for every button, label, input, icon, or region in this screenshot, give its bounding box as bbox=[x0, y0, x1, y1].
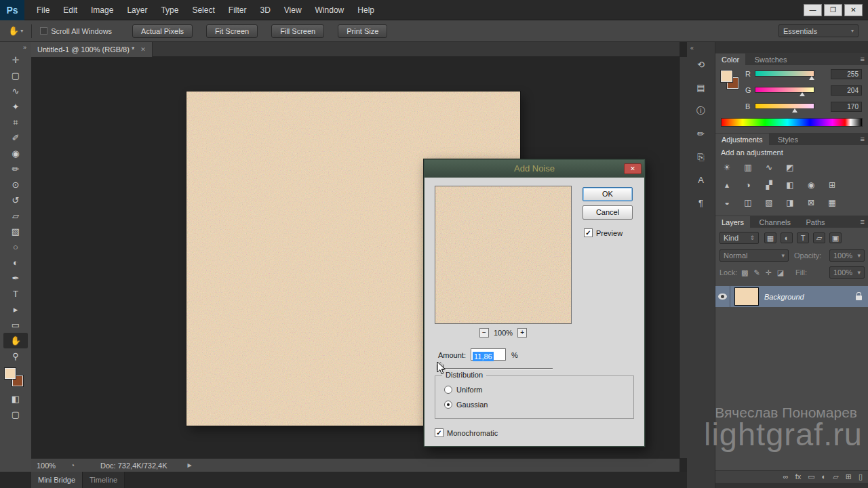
black-white-icon[interactable]: ◧ bbox=[783, 179, 797, 192]
channel-mixer-icon[interactable]: ⊞ bbox=[825, 179, 840, 192]
quick-selection-tool[interactable]: ✦ bbox=[3, 99, 28, 115]
layer-mask-icon[interactable]: ▭ bbox=[808, 472, 814, 481]
tab-mini-bridge[interactable]: Mini Bridge bbox=[31, 472, 83, 488]
delete-layer-icon[interactable]: ▯ bbox=[859, 472, 863, 481]
hand-tool[interactable]: ✋ bbox=[3, 333, 28, 348]
panel-menu-icon[interactable]: ≡ bbox=[861, 216, 865, 228]
panel-menu-icon[interactable]: ≡ bbox=[861, 53, 865, 65]
lasso-tool[interactable]: ∿ bbox=[3, 83, 28, 99]
cancel-button[interactable]: Cancel bbox=[583, 205, 633, 220]
clone-source-panel-icon[interactable]: ⎘ bbox=[692, 149, 710, 165]
red-value-field[interactable]: 255 bbox=[831, 69, 862, 79]
fill-dropdown[interactable]: 100% ▾ bbox=[829, 266, 865, 279]
clone-stamp-tool[interactable]: ⊙ bbox=[3, 177, 28, 192]
fill-screen-button[interactable]: Fill Screen bbox=[271, 24, 324, 38]
chevron-down-icon[interactable]: ▾ bbox=[20, 28, 23, 34]
noise-preview-image[interactable] bbox=[435, 186, 572, 324]
tab-timeline[interactable]: Timeline bbox=[83, 472, 125, 488]
shape-tool[interactable]: ▭ bbox=[3, 317, 28, 333]
history-panel-icon[interactable]: ⟲ bbox=[692, 57, 710, 73]
maximize-button[interactable]: ❐ bbox=[824, 4, 842, 16]
tab-channels[interactable]: Channels bbox=[753, 216, 796, 228]
exposure-icon[interactable]: ◩ bbox=[783, 161, 797, 174]
lock-position-icon[interactable]: ✛ bbox=[766, 267, 772, 278]
tab-styles[interactable]: Styles bbox=[772, 134, 804, 146]
foreground-color-swatch[interactable] bbox=[5, 368, 16, 379]
path-selection-tool[interactable]: ▸ bbox=[3, 302, 28, 317]
zoom-out-button[interactable]: − bbox=[479, 328, 489, 338]
menu-window[interactable]: Window bbox=[309, 0, 351, 20]
tab-paths[interactable]: Paths bbox=[800, 216, 831, 228]
new-layer-icon[interactable]: ⊞ bbox=[846, 472, 852, 481]
blue-value-field[interactable]: 170 bbox=[831, 102, 862, 112]
ok-button[interactable]: OK bbox=[583, 187, 633, 201]
layer-name[interactable]: Background bbox=[764, 293, 804, 301]
gradient-map-icon[interactable]: ⊠ bbox=[804, 197, 818, 209]
color-spectrum-bar[interactable] bbox=[721, 118, 863, 127]
filter-smart-object-icon[interactable]: ▣ bbox=[829, 232, 842, 243]
paragraph-panel-icon[interactable]: ¶ bbox=[692, 195, 710, 211]
menu-edit[interactable]: Edit bbox=[56, 0, 84, 20]
minimize-button[interactable]: — bbox=[804, 4, 822, 16]
tab-close-icon[interactable]: ✕ bbox=[140, 46, 146, 53]
gradient-tool[interactable]: ▧ bbox=[3, 224, 28, 239]
marquee-tool[interactable]: ▢ bbox=[3, 68, 28, 83]
eye-icon[interactable] bbox=[718, 293, 727, 300]
color-balance-icon[interactable]: ▞ bbox=[762, 179, 776, 192]
scroll-all-windows-checkbox[interactable]: Scroll All Windows bbox=[40, 27, 112, 35]
history-brush-tool[interactable]: ↺ bbox=[3, 192, 28, 208]
blue-slider-thumb-icon[interactable] bbox=[792, 108, 797, 113]
zoom-in-button[interactable]: + bbox=[517, 328, 527, 338]
info-panel-icon[interactable]: ⓘ bbox=[692, 103, 710, 119]
pen-tool[interactable]: ✒ bbox=[3, 270, 28, 286]
properties-panel-icon[interactable]: ▤ bbox=[692, 80, 710, 96]
type-tool[interactable]: T bbox=[3, 286, 28, 302]
photo-filter-icon[interactable]: ◉ bbox=[804, 179, 818, 192]
status-menu-arrow-icon[interactable]: ▶ bbox=[188, 462, 192, 468]
color-lookup-icon[interactable]: ◒ bbox=[719, 197, 734, 209]
blend-mode-dropdown[interactable]: Normal ▾ bbox=[719, 249, 789, 262]
eraser-tool[interactable]: ▱ bbox=[3, 208, 28, 224]
move-tool[interactable]: ✛ bbox=[3, 52, 28, 68]
filter-pixel-icon[interactable]: ▦ bbox=[764, 232, 776, 243]
blue-slider[interactable] bbox=[755, 103, 814, 109]
panel-menu-icon[interactable]: ≡ bbox=[861, 133, 865, 145]
layer-visibility-cell[interactable] bbox=[715, 286, 730, 307]
blur-tool[interactable]: ○ bbox=[3, 239, 28, 255]
amount-slider-thumb[interactable] bbox=[437, 362, 444, 370]
print-size-button[interactable]: Print Size bbox=[338, 24, 387, 38]
green-slider[interactable] bbox=[755, 87, 814, 93]
zoom-level-field[interactable]: 100% bbox=[37, 462, 62, 470]
menu-view[interactable]: View bbox=[277, 0, 309, 20]
lock-transparency-icon[interactable]: ▩ bbox=[741, 267, 748, 278]
levels-icon[interactable]: ▥ bbox=[741, 161, 755, 174]
dialog-close-button[interactable]: ✕ bbox=[624, 163, 642, 174]
tab-layers[interactable]: Layers bbox=[715, 216, 750, 228]
menu-file[interactable]: File bbox=[30, 0, 56, 20]
expand-panels-icon[interactable]: « bbox=[687, 42, 697, 57]
monochromatic-checkbox[interactable]: ✓ Monochromatic bbox=[435, 428, 498, 437]
brush-tool[interactable]: ✏ bbox=[3, 161, 28, 177]
menu-help[interactable]: Help bbox=[351, 0, 381, 20]
layer-thumbnail[interactable] bbox=[734, 287, 759, 306]
color-swatches[interactable] bbox=[3, 368, 28, 391]
tab-color[interactable]: Color bbox=[715, 54, 745, 66]
close-button[interactable]: ✕ bbox=[844, 4, 863, 16]
gaussian-radio[interactable]: Gaussian bbox=[444, 401, 488, 409]
dialog-title-bar[interactable]: Add Noise bbox=[425, 160, 644, 178]
vertical-scrollbar[interactable] bbox=[679, 57, 687, 458]
preview-checkbox[interactable]: ✓ Preview bbox=[584, 228, 623, 237]
actual-pixels-button[interactable]: Actual Pixels bbox=[132, 24, 193, 38]
brightness-contrast-icon[interactable]: ☀ bbox=[719, 161, 734, 174]
adjustment-layer-icon[interactable]: ◐ bbox=[822, 472, 827, 481]
dodge-tool[interactable]: ◐ bbox=[3, 255, 28, 270]
tab-swatches[interactable]: Swatches bbox=[749, 54, 793, 66]
amount-slider[interactable] bbox=[440, 368, 553, 369]
menu-layer[interactable]: Layer bbox=[120, 0, 154, 20]
healing-brush-tool[interactable]: ◉ bbox=[3, 146, 28, 161]
selective-color-icon[interactable]: ▦ bbox=[825, 197, 840, 209]
red-slider-thumb-icon[interactable] bbox=[809, 76, 814, 80]
crop-tool[interactable]: ⌗ bbox=[3, 115, 28, 130]
collapse-tools-icon[interactable]: » bbox=[18, 42, 31, 52]
threshold-icon[interactable]: ◨ bbox=[783, 197, 797, 209]
